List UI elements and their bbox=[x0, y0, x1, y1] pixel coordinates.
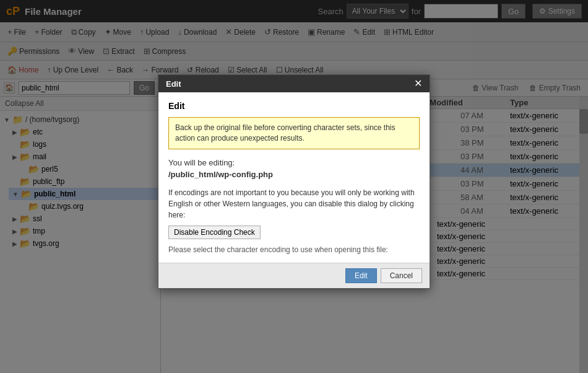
modal-subtitle: Edit bbox=[168, 101, 420, 111]
modal-warning: Back up the original file before convert… bbox=[168, 117, 420, 149]
modal-edit-button[interactable]: Edit bbox=[345, 268, 377, 283]
disable-encoding-button[interactable]: Disable Encoding Check bbox=[168, 226, 261, 239]
editing-label: You will be editing: bbox=[168, 158, 235, 167]
edit-modal: Edit ✕ Edit Back up the original file be… bbox=[158, 74, 430, 289]
modal-titlebar: Edit ✕ bbox=[158, 75, 430, 92]
modal-body: Edit Back up the original file before co… bbox=[158, 92, 430, 263]
modal-title: Edit bbox=[166, 79, 181, 89]
modal-overlay: Edit ✕ Edit Back up the original file be… bbox=[0, 0, 588, 373]
modal-select-encoding-label: Please select the character encoding to … bbox=[168, 245, 420, 254]
modal-cancel-button[interactable]: Cancel bbox=[381, 268, 422, 283]
editing-path: /public_html/wp-config.php bbox=[168, 170, 273, 179]
modal-footer: Edit Cancel bbox=[158, 263, 430, 288]
modal-encoding-text: If encodings are not important to you be… bbox=[168, 187, 420, 221]
modal-editing-info: You will be editing: /public_html/wp-con… bbox=[168, 157, 420, 181]
modal-close-button[interactable]: ✕ bbox=[414, 79, 422, 89]
